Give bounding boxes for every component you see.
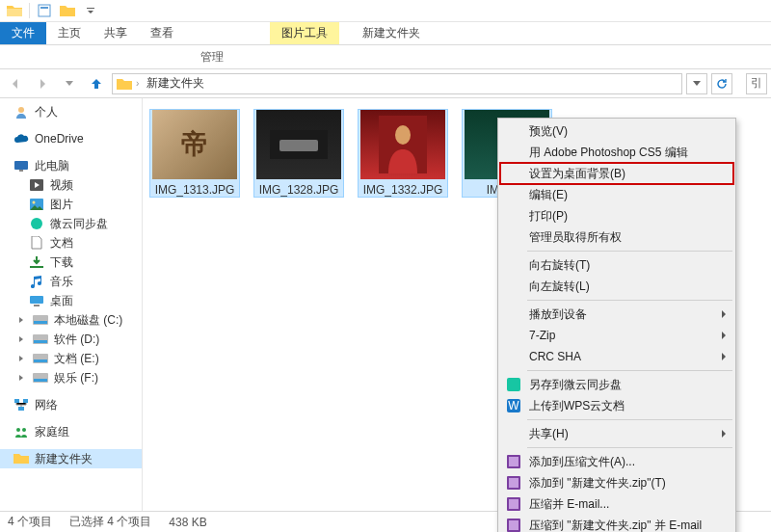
desktop-icon	[29, 293, 44, 308]
ctx-rotate-right[interactable]: 向右旋转(T)	[500, 254, 733, 276]
breadcrumb-folder[interactable]: 新建文件夹	[143, 75, 208, 92]
search-button[interactable]: 引	[746, 73, 767, 94]
ctx-save-weiyun[interactable]: 另存到微云同步盘	[500, 374, 733, 395]
svg-rect-9	[30, 266, 43, 268]
subtab-manage[interactable]: 管理	[189, 45, 235, 68]
file-item[interactable]: 帝 IMG_1313.JPG	[150, 110, 239, 197]
svg-rect-10	[30, 296, 43, 304]
ctx-print[interactable]: 打印(P)	[500, 205, 733, 226]
ctx-compress-email[interactable]: 压缩并 E-mail...	[500, 493, 733, 515]
ctx-edit[interactable]: 编辑(E)	[500, 184, 733, 205]
status-selection: 已选择 4 个项目	[69, 514, 151, 530]
archive-icon	[506, 454, 521, 469]
tree-label: 软件 (D:)	[54, 332, 99, 348]
ctx-cast-to-device[interactable]: 播放到设备	[500, 304, 733, 325]
tree-drive-c[interactable]: 本地磁盘 (C:)	[0, 310, 142, 330]
tree-desktop[interactable]: 桌面	[0, 291, 142, 310]
status-size: 438 KB	[169, 516, 206, 529]
ctx-add-archive[interactable]: 添加到压缩文件(A)...	[500, 451, 733, 472]
tree-label: 桌面	[50, 293, 73, 309]
nav-bar: › 新建文件夹 引	[0, 69, 771, 98]
ctx-take-ownership[interactable]: 管理员取得所有权	[500, 226, 733, 248]
tree-drive-e[interactable]: 文档 (E:)	[0, 349, 142, 368]
tree-onedrive[interactable]: OneDrive	[0, 129, 142, 148]
svg-rect-1	[40, 7, 48, 9]
ctx-7zip[interactable]: 7-Zip	[500, 325, 733, 346]
drive-icon	[33, 312, 48, 328]
svg-rect-13	[34, 321, 47, 324]
back-button[interactable]	[4, 72, 27, 95]
ctx-separator	[527, 370, 732, 371]
file-item[interactable]: IMG_1332.JPG	[359, 110, 447, 197]
ctx-edit-photoshop[interactable]: 用 Adobe Photoshop CS5 编辑	[500, 142, 733, 163]
tree-label: 微云同步盘	[50, 216, 108, 232]
svg-point-23	[16, 428, 20, 432]
svg-rect-26	[279, 140, 318, 151]
addr-dropdown[interactable]	[686, 73, 707, 94]
new-folder-icon[interactable]	[57, 1, 78, 20]
wps-icon: W	[506, 398, 521, 413]
drive-icon	[33, 332, 48, 347]
chevron-right-icon[interactable]: ›	[136, 78, 139, 89]
tree-current-folder[interactable]: 新建文件夹	[0, 449, 142, 468]
tree-videos[interactable]: 视频	[0, 175, 142, 195]
drive-icon	[33, 351, 48, 366]
tab-file[interactable]: 文件	[0, 22, 46, 44]
svg-rect-33	[509, 457, 518, 466]
qat-divider	[29, 3, 30, 18]
tree-this-pc[interactable]: 此电脑	[0, 156, 142, 175]
tree-music[interactable]: 音乐	[0, 272, 142, 291]
tree-label: 娱乐 (F:)	[54, 370, 98, 386]
svg-rect-21	[23, 399, 28, 403]
properties-icon[interactable]	[34, 1, 55, 20]
tree-homegroup[interactable]: 家庭组	[0, 422, 142, 441]
ribbon-tabs: 文件 主页 共享 查看 图片工具 新建文件夹	[0, 22, 771, 45]
forward-button[interactable]	[31, 72, 54, 95]
svg-rect-4	[19, 170, 23, 172]
tree-pictures[interactable]: 图片	[0, 195, 142, 214]
tree-drive-d[interactable]: 软件 (D:)	[0, 330, 142, 349]
tab-share[interactable]: 共享	[93, 22, 139, 44]
picture-icon	[29, 197, 44, 212]
tab-view[interactable]: 查看	[139, 22, 185, 44]
ctx-share[interactable]: 共享(H)	[500, 423, 733, 444]
svg-text:W: W	[508, 399, 519, 412]
thumbnail	[256, 110, 341, 179]
up-button[interactable]	[85, 72, 108, 95]
tree-label: 此电脑	[35, 158, 69, 174]
ctx-add-zip[interactable]: 添加到 "新建文件夹.zip"(T)	[500, 472, 733, 493]
file-item[interactable]: IMG_1328.JPG	[254, 110, 343, 197]
tree-label: 个人	[35, 104, 58, 120]
ctx-compress-zip-email[interactable]: 压缩到 "新建文件夹.zip" 并 E-mail	[500, 515, 733, 532]
tree-drive-f[interactable]: 娱乐 (F:)	[0, 368, 142, 387]
status-count: 4 个项目	[8, 514, 52, 530]
title-bar	[0, 0, 771, 22]
ctx-rotate-left[interactable]: 向左旋转(L)	[500, 276, 733, 297]
svg-point-2	[18, 107, 24, 113]
svg-rect-19	[34, 379, 47, 382]
svg-rect-37	[509, 499, 518, 509]
tree-personal[interactable]: 个人	[0, 102, 142, 121]
svg-point-7	[33, 201, 36, 204]
folder-app-icon[interactable]	[4, 1, 25, 20]
document-icon	[29, 235, 44, 251]
tree-weiyun[interactable]: 微云同步盘	[0, 214, 142, 233]
tree-label: 本地磁盘 (C:)	[54, 312, 122, 329]
tree-documents[interactable]: 文档	[0, 233, 142, 253]
tab-home[interactable]: 主页	[46, 22, 93, 44]
refresh-button[interactable]	[711, 73, 732, 94]
recent-dropdown[interactable]	[58, 72, 81, 95]
cloud-icon	[13, 131, 29, 146]
ctx-set-wallpaper[interactable]: 设置为桌面背景(B)	[500, 163, 733, 184]
ctx-preview[interactable]: 预览(V)	[500, 120, 733, 142]
file-name: IMG_1332.JPG	[363, 183, 443, 197]
weiyun-icon	[29, 216, 44, 231]
address-bar[interactable]: › 新建文件夹	[112, 73, 682, 94]
svg-rect-0	[39, 5, 50, 16]
qat-dropdown-icon[interactable]	[80, 1, 101, 20]
tab-picture-tools[interactable]: 图片工具	[270, 22, 339, 44]
ctx-upload-wps[interactable]: W上传到WPS云文档	[500, 395, 733, 416]
ctx-crc-sha[interactable]: CRC SHA	[500, 346, 733, 367]
tree-downloads[interactable]: 下载	[0, 253, 142, 272]
tree-network[interactable]: 网络	[0, 395, 142, 414]
